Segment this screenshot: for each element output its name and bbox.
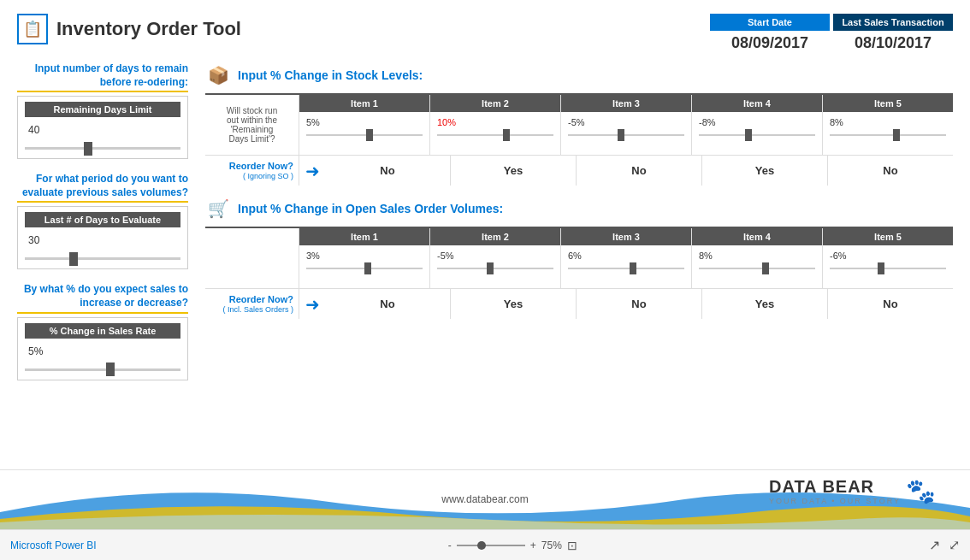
stock-item-2-pct: 10%	[437, 117, 553, 127]
input-group-days-evaluate: For what period do you want to evaluate …	[17, 173, 188, 269]
stock-item-1-pct: 5%	[306, 117, 423, 127]
stock-reorder-label: Reorder Now?	[229, 161, 293, 171]
sales-item-3-pct: 6%	[568, 251, 684, 261]
stock-item-4: Item 4 -8%	[692, 95, 823, 155]
days-evaluate-slider[interactable]	[25, 257, 180, 260]
input-group-pct-change: By what % do you expect sales to increas…	[17, 283, 188, 380]
sales-icon: 🛒	[205, 196, 231, 221]
app-header: 📋 Inventory Order Tool	[17, 14, 241, 44]
zoom-slider[interactable]	[457, 545, 525, 546]
sales-reorder-sub: ( Incl. Sales Orders )	[222, 305, 293, 314]
last-sales-value: 08/10/2017	[855, 31, 932, 56]
sales-section-title: Input % Change in Open Sales Order Volum…	[238, 202, 503, 215]
footer-url: www.databear.com	[441, 493, 528, 505]
footer-wave: www.databear.com DATA BEAR YOUR DATA • O…	[0, 469, 970, 529]
sales-item-1-pct: 3%	[306, 251, 423, 261]
stock-reorder-arrow: ➜	[299, 156, 325, 186]
zoom-level: 75%	[541, 539, 562, 551]
stock-label-line3: 'Remaining	[210, 125, 293, 134]
sales-item-1: Item 1 3%	[299, 228, 430, 288]
sales-item-3-header: Item 3	[561, 228, 691, 245]
stock-section-title: Input % Change in Stock Levels:	[238, 68, 423, 82]
stock-label-line4: Days Limit'?	[210, 134, 293, 144]
stock-item-5-slider[interactable]	[830, 134, 946, 136]
sales-items-grid: Item 1 3% Item 2 -5% I	[205, 227, 953, 288]
sales-reorder-val-4: Yes	[702, 289, 828, 319]
last-sales-block: Last Sales Transaction 08/10/2017	[833, 14, 953, 56]
stock-reorder-val-2: Yes	[451, 156, 577, 186]
sales-item-3: Item 3 6%	[561, 228, 692, 288]
stock-item-3-pct: -5%	[568, 117, 684, 127]
stock-reorder-val-1: No	[325, 156, 451, 186]
sales-item-4-header: Item 4	[692, 228, 822, 245]
bottom-bar: Microsoft Power BI - + 75% ⊡ ↗ ⤢	[0, 529, 970, 560]
zoom-plus[interactable]: +	[530, 539, 536, 551]
stock-item-4-slider[interactable]	[699, 134, 815, 136]
days-evaluate-title: Last # of Days to Evaluate	[25, 212, 180, 227]
zoom-controls: - + 75% ⊡	[448, 539, 577, 552]
sales-item-2-header: Item 2	[430, 228, 560, 245]
left-panel: Input number of days to remain before re…	[17, 62, 188, 461]
stock-reorder-sub: ( Ignoring SO )	[243, 172, 293, 180]
expand-icon[interactable]: ⤢	[949, 537, 960, 553]
stock-reorder-val-3: No	[577, 156, 702, 186]
sales-item-2-slider[interactable]	[437, 268, 553, 269]
days-remain-label: Input number of days to remain before re…	[17, 62, 188, 92]
stock-reorder-val-4: Yes	[702, 156, 828, 186]
start-date-block: Start Date 08/09/2017	[710, 14, 830, 56]
bottom-icons: ↗ ⤢	[929, 537, 960, 553]
sales-item-4-slider[interactable]	[699, 268, 815, 269]
stock-item-5-pct: 8%	[830, 117, 946, 127]
sales-item-5-slider[interactable]	[830, 268, 946, 269]
last-sales-btn[interactable]: Last Sales Transaction	[833, 14, 953, 31]
stock-item-3: Item 3 -5%	[561, 95, 692, 155]
input-group-days-remain: Input number of days to remain before re…	[17, 62, 188, 159]
sales-item-5: Item 5 -6%	[823, 228, 953, 288]
stock-label-line2: out within the	[210, 115, 293, 125]
fit-screen-icon[interactable]: ⊡	[567, 539, 577, 552]
footer-logo-name: DATA BEAR	[769, 477, 901, 497]
sales-item-1-header: Item 1	[299, 228, 429, 245]
stock-reorder-row: Reorder Now? ( Ignoring SO ) ➜ No Yes No…	[205, 155, 953, 186]
sales-item-4: Item 4 8%	[692, 228, 823, 288]
paw-icon: 🐾	[906, 477, 936, 505]
header-dates: Start Date 08/09/2017 Last Sales Transac…	[710, 14, 953, 56]
remaining-days-slider[interactable]	[25, 147, 180, 150]
start-date-value: 08/09/2017	[731, 31, 808, 56]
stock-item-2-header: Item 2	[430, 95, 560, 112]
app-title: Inventory Order Tool	[56, 18, 241, 40]
stock-label-col: Will stock run out within the 'Remaining…	[205, 95, 299, 155]
footer-logo-sub: YOUR DATA • OUR STORY	[769, 497, 901, 505]
stock-icon: 📦	[205, 62, 231, 88]
days-evaluate-label: For what period do you want to evaluate …	[17, 173, 188, 203]
sales-reorder-val-5: No	[828, 289, 953, 319]
sales-item-1-slider[interactable]	[306, 268, 423, 269]
footer-logo: DATA BEAR YOUR DATA • OUR STORY 🐾	[769, 477, 936, 505]
sales-reorder-val-1: No	[325, 289, 451, 319]
sales-item-4-pct: 8%	[699, 251, 815, 261]
sales-reorder-label-col: Reorder Now? ( Incl. Sales Orders )	[205, 289, 299, 319]
stock-reorder-label-col: Reorder Now? ( Ignoring SO )	[205, 156, 299, 186]
stock-item-3-slider[interactable]	[568, 134, 684, 136]
stock-item-1: Item 1 5%	[299, 95, 430, 155]
start-date-btn[interactable]: Start Date	[710, 14, 830, 31]
stock-item-2-slider[interactable]	[437, 134, 553, 136]
pct-change-label: By what % do you expect sales to increas…	[17, 283, 188, 313]
pct-change-slider[interactable]	[25, 368, 180, 371]
sales-order-section: 🛒 Input % Change in Open Sales Order Vol…	[205, 196, 953, 319]
stock-item-1-header: Item 1	[299, 95, 429, 112]
share-icon[interactable]: ↗	[929, 537, 940, 553]
stock-item-4-header: Item 4	[692, 95, 822, 112]
sales-item-5-header: Item 5	[823, 228, 953, 245]
pct-change-value: 5%	[25, 344, 180, 359]
powerbi-link[interactable]: Microsoft Power BI	[10, 539, 97, 551]
sales-item-3-slider[interactable]	[568, 268, 684, 269]
stock-item-3-header: Item 3	[561, 95, 691, 112]
zoom-minus[interactable]: -	[448, 539, 452, 551]
remaining-days-title: Remaining Days Limit	[25, 102, 180, 117]
stock-item-2: Item 2 10%	[430, 95, 561, 155]
days-evaluate-box: Last # of Days to Evaluate 30	[17, 206, 188, 269]
stock-item-1-slider[interactable]	[306, 134, 423, 136]
pct-change-title: % Change in Sales Rate	[25, 323, 180, 339]
sales-reorder-val-3: No	[577, 289, 702, 319]
